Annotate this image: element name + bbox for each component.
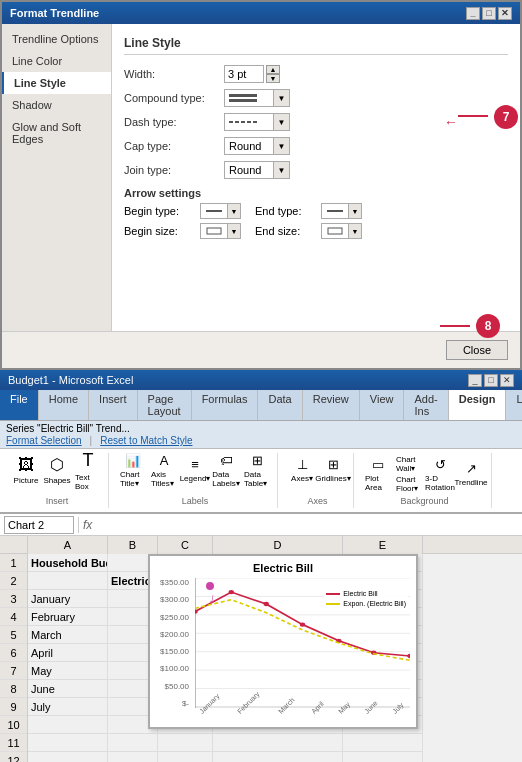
y-label-0: $- bbox=[156, 699, 189, 708]
tab-insert[interactable]: Insert bbox=[89, 390, 138, 420]
section-title: Line Style bbox=[124, 36, 508, 55]
end-size-arrow[interactable]: ▼ bbox=[349, 223, 362, 239]
gridlines-label: Gridlines▾ bbox=[315, 474, 351, 483]
format-selection-link[interactable]: Format Selection bbox=[6, 435, 82, 446]
compound-label: Compound type: bbox=[124, 92, 224, 104]
legend-electric-bill: Electric Bill bbox=[326, 590, 406, 597]
gridlines-icon: ⊞ bbox=[328, 457, 339, 472]
tab-design[interactable]: Design bbox=[449, 390, 507, 420]
cell-a3[interactable]: January bbox=[28, 590, 108, 608]
cell-b11[interactable] bbox=[108, 734, 158, 752]
chart-title-button[interactable]: 📊 Chart Title▾ bbox=[119, 455, 147, 485]
tab-view[interactable]: View bbox=[360, 390, 405, 420]
shapes-button[interactable]: ⬡ Shapes bbox=[43, 455, 71, 485]
cell-d12[interactable] bbox=[213, 752, 343, 762]
cell-c11[interactable] bbox=[158, 734, 213, 752]
sidebar-item-shadow[interactable]: Shadow bbox=[2, 94, 111, 116]
end-type-dropdown[interactable]: ▼ bbox=[321, 203, 362, 219]
close-button[interactable]: ✕ bbox=[498, 7, 512, 20]
restore-button[interactable]: □ bbox=[482, 7, 496, 20]
dash-arrow[interactable]: ▼ bbox=[274, 113, 290, 131]
shapes-label: Shapes bbox=[43, 476, 70, 485]
trendline-button[interactable]: ↗ Trendline bbox=[457, 459, 485, 489]
width-spinner: ▲ ▼ bbox=[266, 65, 280, 83]
cell-a6[interactable]: April bbox=[28, 644, 108, 662]
begin-type-arrow[interactable]: ▼ bbox=[228, 203, 241, 219]
legend-button[interactable]: ≡ Legend▾ bbox=[181, 455, 209, 485]
annotation-7-arrow bbox=[458, 115, 488, 117]
chart-wall-button[interactable]: Chart Wall▾ bbox=[395, 455, 423, 473]
3d-rotation-button[interactable]: ↺ 3-D Rotation bbox=[426, 459, 454, 489]
tab-addins[interactable]: Add-Ins bbox=[404, 390, 448, 420]
data-labels-button[interactable]: 🏷 Data Labels▾ bbox=[212, 455, 240, 485]
plot-area-button[interactable]: ▭ Plot Area bbox=[364, 459, 392, 489]
excel-minimize[interactable]: _ bbox=[468, 374, 482, 387]
compound-arrow[interactable]: ▼ bbox=[274, 89, 290, 107]
begin-size-dropdown[interactable]: ▼ bbox=[200, 223, 241, 239]
width-spin-up[interactable]: ▲ bbox=[266, 65, 280, 74]
sidebar-item-glow[interactable]: Glow and Soft Edges bbox=[2, 116, 111, 150]
cell-b12[interactable] bbox=[108, 752, 158, 762]
minimize-button[interactable]: _ bbox=[466, 7, 480, 20]
cell-a10[interactable] bbox=[28, 716, 108, 734]
cap-arrow[interactable]: ▼ bbox=[274, 137, 290, 155]
cell-a12[interactable] bbox=[28, 752, 108, 762]
compound-dropdown[interactable]: ▼ bbox=[224, 89, 290, 107]
cells-area: Household Budget Electric Bill bbox=[28, 554, 522, 762]
begin-size-arrow[interactable]: ▼ bbox=[228, 223, 241, 239]
svg-rect-6 bbox=[328, 228, 342, 234]
tab-data[interactable]: Data bbox=[258, 390, 302, 420]
sidebar-item-line-style[interactable]: Line Style bbox=[2, 72, 111, 94]
col-header-b: B bbox=[108, 536, 158, 554]
excel-restore[interactable]: □ bbox=[484, 374, 498, 387]
axes-button[interactable]: ⊥ Axes▾ bbox=[288, 455, 316, 485]
cell-d11[interactable] bbox=[213, 734, 343, 752]
join-arrow[interactable]: ▼ bbox=[274, 161, 290, 179]
trendline-icon: ↗ bbox=[466, 461, 477, 476]
formula-input[interactable] bbox=[96, 519, 518, 531]
row-header-11: 11 bbox=[0, 734, 27, 752]
cell-e11[interactable] bbox=[343, 734, 423, 752]
data-table-button[interactable]: ⊞ Data Table▾ bbox=[243, 455, 271, 485]
spreadsheet-body: 1 2 3 4 5 6 7 8 9 10 11 12 13 14 15 bbox=[0, 554, 522, 762]
end-type-arrow[interactable]: ▼ bbox=[349, 203, 362, 219]
chart-floor-button[interactable]: Chart Floor▾ bbox=[395, 475, 423, 493]
cell-e12[interactable] bbox=[343, 752, 423, 762]
excel-titlebar: Budget1 - Microsoft Excel _ □ ✕ bbox=[0, 370, 522, 390]
width-input[interactable] bbox=[224, 65, 264, 83]
sidebar-item-line-color[interactable]: Line Color bbox=[2, 50, 111, 72]
end-size-dropdown[interactable]: ▼ bbox=[321, 223, 362, 239]
dash-value bbox=[224, 113, 274, 131]
dash-dropdown[interactable]: ▼ bbox=[224, 113, 290, 131]
cap-dropdown[interactable]: Round ▼ bbox=[224, 137, 290, 155]
cell-a1[interactable]: Household Budget bbox=[28, 554, 108, 572]
sidebar-item-trendline-options[interactable]: Trendline Options bbox=[2, 28, 111, 50]
tab-layout[interactable]: Layout bbox=[506, 390, 522, 420]
cell-a4[interactable]: February bbox=[28, 608, 108, 626]
chart-overlay[interactable]: Electric Bill $350.00 $300.00 $250.00 $2… bbox=[148, 554, 418, 729]
join-dropdown[interactable]: Round ▼ bbox=[224, 161, 290, 179]
gridlines-button[interactable]: ⊞ Gridlines▾ bbox=[319, 455, 347, 485]
textbox-button[interactable]: T Text Box bbox=[74, 455, 102, 485]
tab-home[interactable]: Home bbox=[39, 390, 89, 420]
cell-a5[interactable]: March bbox=[28, 626, 108, 644]
excel-close[interactable]: ✕ bbox=[500, 374, 514, 387]
tab-page-layout[interactable]: Page Layout bbox=[138, 390, 192, 420]
width-spin-down[interactable]: ▼ bbox=[266, 74, 280, 83]
tab-review[interactable]: Review bbox=[303, 390, 360, 420]
cell-a11[interactable] bbox=[28, 734, 108, 752]
name-box[interactable] bbox=[4, 516, 74, 534]
tab-formulas[interactable]: Formulas bbox=[192, 390, 259, 420]
axis-titles-button[interactable]: A Axis Titles▾ bbox=[150, 455, 178, 485]
cell-a2[interactable] bbox=[28, 572, 108, 590]
begin-type-dropdown[interactable]: ▼ bbox=[200, 203, 241, 219]
cell-c12[interactable] bbox=[158, 752, 213, 762]
reset-style-link[interactable]: Reset to Match Style bbox=[100, 435, 192, 446]
picture-button[interactable]: 🖼 Picture bbox=[12, 455, 40, 485]
cell-a9[interactable]: July bbox=[28, 698, 108, 716]
table-row bbox=[28, 734, 522, 752]
tab-file[interactable]: File bbox=[0, 390, 39, 420]
close-dialog-button[interactable]: Close bbox=[446, 340, 508, 360]
cell-a7[interactable]: May bbox=[28, 662, 108, 680]
cell-a8[interactable]: June bbox=[28, 680, 108, 698]
